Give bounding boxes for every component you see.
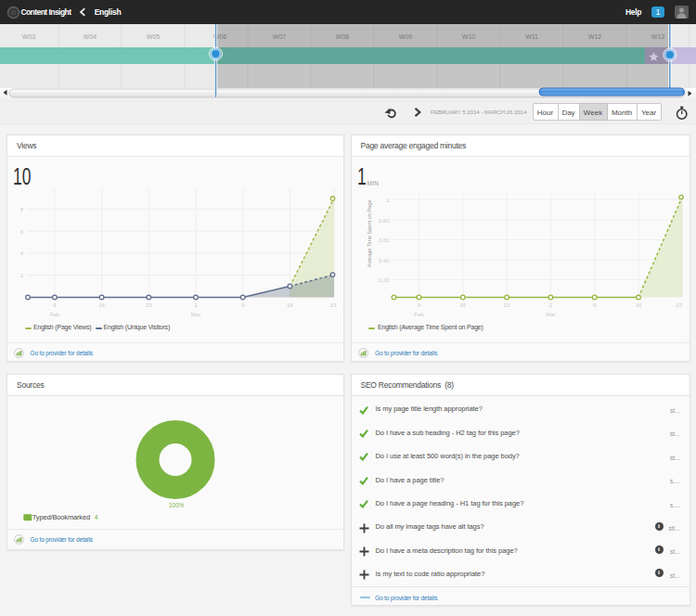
svg-text:Typed/Bookmarked: Typed/Bookmarked [32,513,90,521]
svg-text:W07: W07 [273,33,287,40]
svg-text:1: 1 [386,198,390,203]
svg-text:W10: W10 [462,33,476,40]
svg-text:Mar: Mar [546,312,555,317]
svg-text:4: 4 [95,513,98,521]
svg-text:2: 2 [548,302,552,308]
svg-text:100%: 100% [169,502,185,508]
svg-text:0.20: 0.20 [378,277,389,283]
svg-text:23: 23 [146,302,152,308]
svg-text:16: 16 [459,302,466,308]
svg-text:Feb: Feb [50,312,60,317]
svg-text:Average Time Spent on Page: Average Time Spent on Page [366,199,371,268]
svg-text:8: 8 [20,207,24,212]
svg-text:16: 16 [635,302,641,308]
svg-text:16: 16 [98,302,105,308]
svg-text:0.40: 0.40 [378,258,389,263]
svg-text:W09: W09 [399,33,413,40]
svg-text:0.60: 0.60 [378,237,389,243]
svg-text:9: 9 [53,302,57,308]
svg-text:W11: W11 [525,33,538,40]
svg-text:9: 9 [593,302,597,308]
svg-text:W13: W13 [651,33,665,40]
svg-text:9: 9 [241,302,245,308]
svg-text:4: 4 [20,250,24,256]
svg-text:2: 2 [20,273,24,278]
svg-text:16: 16 [287,302,293,308]
svg-text:0.80: 0.80 [378,218,389,224]
svg-text:2: 2 [194,302,198,308]
svg-text:Feb: Feb [414,312,424,317]
svg-text:W12: W12 [588,33,602,40]
svg-text:9: 9 [417,302,420,308]
svg-text:23: 23 [330,302,337,308]
svg-text:Mar: Mar [191,312,200,317]
svg-text:6: 6 [20,229,24,235]
svg-text:23: 23 [503,302,509,308]
svg-text:W05: W05 [147,33,161,40]
svg-text:W04: W04 [84,33,97,40]
svg-text:23: 23 [676,302,682,308]
svg-text:W08: W08 [336,33,350,40]
svg-text:W03: W03 [22,33,36,40]
